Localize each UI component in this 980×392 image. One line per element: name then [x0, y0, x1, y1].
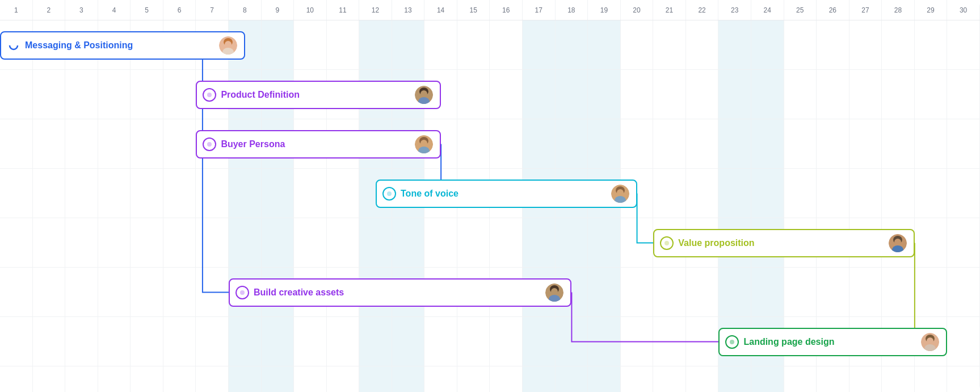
- day-header-6: 6: [163, 0, 196, 20]
- day-header-12: 12: [359, 0, 392, 20]
- day-header-11: 11: [327, 0, 360, 20]
- day-header-25: 25: [784, 0, 817, 20]
- day-header-13: 13: [392, 0, 425, 20]
- day-header-15: 15: [457, 0, 490, 20]
- day-header-9: 9: [262, 0, 295, 20]
- day-header-2: 2: [33, 0, 66, 20]
- task-label-landing-page: Landing page design: [743, 337, 913, 347]
- day-header-14: 14: [424, 0, 457, 20]
- day-header-10: 10: [294, 0, 327, 20]
- task-bar-tone-of-voice[interactable]: Tone of voice: [376, 180, 637, 208]
- day-header-26: 26: [817, 0, 849, 20]
- svg-point-33: [927, 337, 933, 344]
- svg-point-9: [225, 41, 232, 48]
- task-avatar-landing-page: [921, 333, 939, 351]
- day-header-4: 4: [98, 0, 131, 20]
- task-label-messaging: Messaging & Positioning: [25, 40, 211, 51]
- svg-point-21: [617, 189, 624, 196]
- day-header-29: 29: [915, 0, 948, 20]
- day-header-30: 30: [947, 0, 980, 20]
- task-bar-value-prop[interactable]: Value proposition: [653, 229, 915, 257]
- task-label-buyer-persona: Buyer Persona: [221, 139, 407, 149]
- task-avatar-tone-of-voice: [611, 185, 629, 203]
- day-header-21: 21: [653, 0, 686, 20]
- task-label-build-creative: Build creative assets: [254, 287, 537, 298]
- day-header-8: 8: [229, 0, 262, 20]
- svg-point-17: [420, 140, 427, 147]
- task-bar-build-creative[interactable]: Build creative assets: [229, 278, 571, 307]
- task-label-value-prop: Value proposition: [678, 238, 881, 248]
- task-icon-value-prop: [660, 236, 674, 250]
- task-avatar-build-creative: [545, 283, 563, 302]
- day-header-5: 5: [131, 0, 163, 20]
- header-row: 1234567891011121314151617181920212223242…: [0, 0, 980, 20]
- day-header-1: 1: [0, 0, 33, 20]
- day-header-7: 7: [196, 0, 229, 20]
- day-header-19: 19: [588, 0, 621, 20]
- task-avatar-buyer-persona: [415, 135, 433, 153]
- task-bar-messaging[interactable]: Messaging & Positioning: [0, 31, 245, 60]
- task-icon-product-def: [203, 88, 216, 102]
- task-icon-landing-page: [725, 335, 739, 349]
- day-header-28: 28: [882, 0, 915, 20]
- day-header-22: 22: [686, 0, 719, 20]
- day-header-18: 18: [556, 0, 588, 20]
- day-header-20: 20: [621, 0, 654, 20]
- task-label-product-def: Product Definition: [221, 90, 407, 100]
- task-avatar-product-def: [415, 86, 433, 104]
- task-bar-buyer-persona[interactable]: Buyer Persona: [196, 130, 441, 159]
- task-bar-landing-page[interactable]: Landing page design: [718, 328, 947, 356]
- task-label-tone-of-voice: Tone of voice: [401, 189, 603, 199]
- day-header-24: 24: [751, 0, 784, 20]
- svg-point-25: [894, 239, 901, 245]
- task-icon-messaging: [7, 39, 20, 52]
- task-bar-product-def[interactable]: Product Definition: [196, 81, 441, 109]
- task-icon-buyer-persona: [203, 137, 216, 151]
- task-avatar-value-prop: [889, 234, 907, 252]
- day-header-3: 3: [65, 0, 98, 20]
- task-icon-build-creative: [235, 286, 249, 299]
- day-header-23: 23: [718, 0, 751, 20]
- task-icon-tone-of-voice: [382, 187, 396, 201]
- svg-point-6: [10, 41, 18, 49]
- svg-point-13: [420, 90, 427, 97]
- day-header-17: 17: [523, 0, 556, 20]
- gantt-container: 1234567891011121314151617181920212223242…: [0, 0, 980, 392]
- day-header-27: 27: [849, 0, 882, 20]
- day-header-16: 16: [490, 0, 523, 20]
- task-avatar-messaging: [219, 36, 237, 55]
- grid-area: Messaging & Positioning Product Definiti…: [0, 20, 980, 392]
- svg-point-29: [551, 288, 558, 295]
